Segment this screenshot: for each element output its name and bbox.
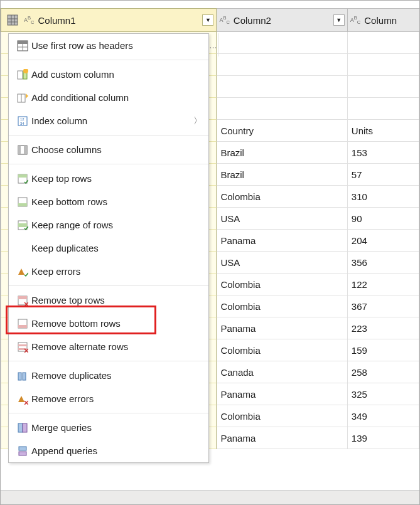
- svg-text:12: 12: [20, 117, 24, 121]
- keep-bottom-rows-icon: [14, 196, 31, 208]
- svg-rect-44: [18, 423, 23, 432]
- svg-rect-46: [19, 447, 26, 450]
- cell[interactable]: 223: [348, 317, 419, 339]
- menu-remove-duplicates[interactable]: Remove duplicates: [9, 364, 208, 387]
- cell[interactable]: 310: [348, 186, 419, 208]
- cell[interactable]: 258: [348, 361, 419, 383]
- cell[interactable]: Country: [217, 120, 347, 142]
- menu-merge-queries[interactable]: Merge queries: [9, 416, 208, 439]
- svg-rect-24: [18, 203, 27, 206]
- append-queries-icon: [14, 445, 31, 457]
- svg-rect-47: [19, 452, 26, 455]
- cell[interactable]: USA: [217, 252, 347, 274]
- column-header-3[interactable]: ABC Column: [348, 8, 419, 32]
- cell[interactable]: Panama: [217, 427, 347, 449]
- cell[interactable]: Colombia: [217, 405, 347, 427]
- svg-rect-45: [23, 423, 27, 432]
- menu-remove-bottom-rows[interactable]: Remove bottom rows: [9, 312, 208, 335]
- svg-rect-9: [18, 71, 23, 79]
- remove-errors-icon: [14, 393, 31, 405]
- svg-rect-35: [18, 344, 27, 346]
- menu-choose-columns[interactable]: Choose columns: [9, 138, 208, 161]
- cell[interactable]: 349: [348, 405, 419, 427]
- svg-rect-0: [8, 15, 18, 25]
- menu-use-first-row-as-headers[interactable]: Use first row as headers: [9, 34, 208, 57]
- keep-top-rows-icon: [14, 173, 31, 184]
- menu-add-custom-column[interactable]: Add custom column: [9, 63, 208, 86]
- menu-keep-top-rows[interactable]: Keep top rows: [9, 167, 208, 190]
- table-context-menu: Use first row as headers Add custom colu…: [8, 33, 209, 463]
- remove-duplicates-icon: [14, 370, 31, 381]
- svg-rect-26: [18, 223, 27, 227]
- dropdown-icon[interactable]: ▼: [333, 14, 345, 26]
- svg-rect-20: [24, 146, 27, 154]
- cell[interactable]: 367: [348, 295, 419, 317]
- column-name: Column1: [38, 15, 200, 26]
- menu-keep-errors[interactable]: Keep errors: [9, 260, 208, 283]
- data-type-icon: ABC: [350, 16, 360, 24]
- svg-rect-33: [18, 325, 27, 328]
- column-header-2[interactable]: ABC Column2 ▼: [217, 8, 347, 32]
- cell[interactable]: 356: [348, 252, 419, 274]
- menu-append-queries[interactable]: Append queries: [9, 439, 208, 462]
- menu-keep-range-of-rows[interactable]: Keep range of rows: [9, 213, 208, 237]
- cell[interactable]: Colombia: [217, 186, 347, 208]
- keep-range-rows-icon: [14, 220, 31, 231]
- cell[interactable]: [348, 32, 419, 54]
- keep-errors-icon: [14, 266, 31, 277]
- cell[interactable]: 153: [348, 142, 419, 164]
- cell[interactable]: Brazil: [217, 164, 347, 186]
- cell[interactable]: [217, 54, 347, 76]
- menu-keep-duplicates[interactable]: Keep duplicates: [9, 237, 208, 260]
- cell[interactable]: Colombia: [217, 295, 347, 317]
- column-name: Column2: [234, 15, 331, 26]
- svg-text:34: 34: [20, 122, 24, 125]
- index-column-icon: 1234: [14, 115, 31, 127]
- cell[interactable]: 325: [348, 383, 419, 405]
- column-name: Column: [364, 15, 417, 26]
- cell[interactable]: [348, 76, 419, 98]
- data-type-icon: ABC: [219, 16, 229, 24]
- svg-marker-27: [18, 268, 24, 275]
- cell[interactable]: Panama: [217, 383, 347, 405]
- dropdown-icon[interactable]: ▼: [202, 14, 213, 26]
- cell[interactable]: Colombia: [217, 274, 347, 295]
- cell[interactable]: 159: [348, 339, 419, 361]
- cell[interactable]: Panama: [217, 230, 347, 252]
- menu-keep-bottom-rows[interactable]: Keep bottom rows: [9, 190, 208, 213]
- menu-remove-top-rows[interactable]: Remove top rows: [9, 289, 208, 312]
- table-icon: [6, 14, 19, 26]
- cell[interactable]: 204: [348, 230, 419, 252]
- choose-columns-icon: [14, 144, 31, 156]
- svg-rect-22: [18, 174, 27, 178]
- conditional-column-icon: [14, 92, 31, 104]
- cell[interactable]: [217, 76, 347, 98]
- cell[interactable]: Units: [348, 120, 419, 142]
- cell[interactable]: 57: [348, 164, 419, 186]
- cell[interactable]: Colombia: [217, 339, 347, 361]
- cell[interactable]: Panama: [217, 317, 347, 339]
- merge-queries-icon: [14, 422, 31, 433]
- menu-remove-errors[interactable]: Remove errors: [9, 387, 208, 410]
- cell[interactable]: [348, 98, 419, 120]
- menu-add-conditional-column[interactable]: Add conditional column: [9, 86, 208, 109]
- cell[interactable]: [217, 32, 347, 54]
- remove-alternate-rows-icon: [14, 341, 31, 353]
- add-column-icon: [14, 69, 31, 80]
- column-header-1[interactable]: ABC Column1 ▼: [1, 8, 217, 32]
- menu-index-column[interactable]: 1234 Index column 〉: [9, 109, 208, 132]
- menu-remove-alternate-rows[interactable]: Remove alternate rows: [9, 335, 208, 358]
- cell[interactable]: 90: [348, 208, 419, 230]
- remove-bottom-rows-icon: [14, 318, 31, 329]
- cell[interactable]: [348, 54, 419, 76]
- cell[interactable]: [217, 98, 347, 120]
- column-overflow: ...: [208, 33, 218, 56]
- svg-rect-40: [23, 373, 26, 380]
- cell[interactable]: USA: [217, 208, 347, 230]
- cell[interactable]: Canada: [217, 361, 347, 383]
- cell[interactable]: 139: [348, 427, 419, 449]
- cell[interactable]: 122: [348, 274, 419, 295]
- data-type-icon: ABC: [24, 16, 34, 24]
- svg-rect-29: [18, 296, 27, 299]
- cell[interactable]: Brazil: [217, 142, 347, 164]
